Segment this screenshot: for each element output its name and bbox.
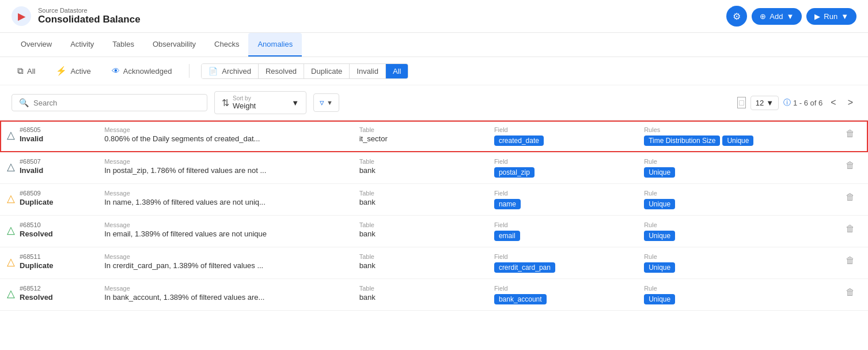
- table-label: Table: [359, 253, 480, 260]
- action-cell: 🗑: [832, 247, 868, 279]
- search-input[interactable]: [33, 99, 200, 107]
- type-icon: △: [7, 255, 15, 268]
- sort-button[interactable]: ⇅ Sort by Weight ▼: [214, 91, 306, 114]
- plus-icon: ⊕: [760, 12, 766, 21]
- tab-activity[interactable]: Activity: [61, 33, 103, 57]
- archive-icon: 📄: [209, 67, 218, 76]
- header-actions: ⚙ ⊕ Add ▼ ▶ Run ▼: [726, 6, 856, 27]
- tab-checks[interactable]: Checks: [205, 33, 248, 57]
- field-badge: created_date: [494, 136, 544, 146]
- table-cell: Table bank: [352, 247, 487, 279]
- delete-button[interactable]: 🗑: [843, 253, 857, 268]
- anomaly-id: #68505: [20, 126, 43, 133]
- anomalies-table: △ #68505 Invalid Message 0.806% of the D…: [0, 121, 868, 311]
- rule-badge: Unique: [644, 231, 675, 241]
- filter-button[interactable]: ▿ ▼: [313, 93, 339, 112]
- rules-label: Rule: [644, 158, 825, 165]
- field-badge: bank_account: [494, 294, 547, 304]
- rules-badges: Unique: [644, 166, 825, 178]
- field-cell: Field crerdit_card_pan: [487, 247, 637, 279]
- table-row: △ #68505 Invalid Message 0.806% of the D…: [0, 121, 868, 152]
- anomaly-id: #68511: [20, 253, 54, 260]
- header-left: ▶ Source Datastore Consolidated Balance: [12, 6, 141, 26]
- run-chevron-icon: ▼: [841, 12, 848, 21]
- rules-label: Rule: [644, 253, 825, 260]
- filter-active[interactable]: ⚡ Active: [50, 63, 96, 79]
- field-label: Field: [494, 190, 630, 197]
- rules-cell: Rule Unique: [637, 152, 832, 184]
- add-label: Add: [770, 12, 783, 21]
- filter-chevron-icon: ▼: [327, 99, 333, 106]
- field-label: Field: [494, 158, 630, 165]
- filter-acknowledged[interactable]: 👁 Acknowledged: [106, 63, 178, 78]
- anomaly-id-cell: △ #68512 Resolved: [0, 279, 97, 311]
- message-label: Message: [104, 126, 345, 133]
- status-duplicate[interactable]: Duplicate: [304, 64, 350, 78]
- action-cell: 🗑: [832, 279, 868, 311]
- field-cell: Field created_date: [487, 121, 637, 152]
- table-label: Table: [359, 158, 480, 165]
- delete-button[interactable]: 🗑: [843, 126, 857, 141]
- rule-badge: Unique: [644, 199, 675, 209]
- tab-observability[interactable]: Observability: [143, 33, 205, 57]
- status-resolved[interactable]: Resolved: [259, 64, 304, 78]
- delete-button[interactable]: 🗑: [843, 158, 857, 173]
- field-badge: name: [494, 199, 521, 209]
- delete-button[interactable]: 🗑: [843, 285, 857, 300]
- anomaly-id-cell: △ #68509 Duplicate: [0, 184, 97, 216]
- breadcrumb-title: Source Datastore Consolidated Balance: [38, 7, 141, 25]
- status-invalid[interactable]: Invalid: [350, 64, 386, 78]
- table-cell: Table bank: [352, 279, 487, 311]
- message-cell: Message In email, 1.389% of filtered val…: [97, 216, 352, 247]
- field-label: Field: [494, 253, 630, 260]
- message-value: In crerdit_card_pan, 1.389% of filtered …: [104, 261, 345, 270]
- prev-page-button[interactable]: <: [827, 96, 839, 109]
- type-icon: △: [7, 192, 15, 205]
- field-badge: postal_zip: [494, 167, 535, 178]
- add-button[interactable]: ⊕ Add ▼: [752, 8, 802, 25]
- anomaly-id-cell: △ #68511 Duplicate: [0, 247, 97, 279]
- breadcrumb: Source Datastore: [38, 7, 141, 14]
- search-box[interactable]: 🔍: [12, 94, 207, 111]
- run-label: Run: [824, 12, 837, 21]
- status-all[interactable]: All: [386, 64, 408, 78]
- next-page-button[interactable]: >: [844, 96, 856, 109]
- rules-cell: Rule Unique: [637, 279, 832, 311]
- anomaly-id: #68510: [20, 221, 53, 228]
- rule-badge: Unique: [644, 167, 675, 178]
- rules-cell: Rule Unique: [637, 184, 832, 216]
- type-icon: △: [7, 160, 15, 173]
- settings-button[interactable]: ⚙: [726, 6, 747, 27]
- message-cell: Message In bank_account, 1.389% of filte…: [97, 279, 352, 311]
- table-value: bank: [359, 198, 480, 206]
- rule-badge: Unique: [644, 262, 675, 273]
- action-cell: 🗑: [832, 152, 868, 184]
- rule-badge: Time Distribution Size: [644, 136, 720, 146]
- run-button[interactable]: ▶ Run ▼: [806, 8, 856, 25]
- message-value: In email, 1.389% of filtered values are …: [104, 229, 345, 238]
- anomaly-id-cell: △ #68510 Resolved: [0, 216, 97, 247]
- status-archived[interactable]: 📄 Archived: [202, 64, 258, 78]
- anomaly-id-cell: △ #68505 Invalid: [0, 121, 97, 152]
- acknowledged-label: Acknowledged: [123, 67, 172, 76]
- delete-button[interactable]: 🗑: [843, 221, 857, 236]
- type-icon: △: [7, 129, 15, 141]
- all-label: All: [27, 67, 35, 76]
- table-value: bank: [359, 166, 480, 175]
- delete-button[interactable]: 🗑: [843, 190, 857, 205]
- tab-anomalies[interactable]: Anomalies: [248, 33, 302, 57]
- table-row: △ #68512 Resolved Message In bank_accoun…: [0, 279, 868, 311]
- field-cell: Field name: [487, 184, 637, 216]
- page-size-select[interactable]: 12 ▼: [751, 96, 779, 110]
- filter-all[interactable]: ⧉ All: [12, 63, 41, 79]
- tab-tables[interactable]: Tables: [103, 33, 143, 57]
- field-cell: Field email: [487, 216, 637, 247]
- rules-badges: Time Distribution SizeUnique: [644, 134, 825, 146]
- anomaly-type: Resolved: [20, 229, 53, 238]
- field-label: Field: [494, 221, 630, 228]
- table-label: Table: [359, 126, 480, 133]
- table-row: △ #68507 Invalid Message In postal_zip, …: [0, 152, 868, 184]
- message-label: Message: [104, 190, 345, 197]
- message-label: Message: [104, 285, 345, 292]
- tab-overview[interactable]: Overview: [12, 33, 61, 57]
